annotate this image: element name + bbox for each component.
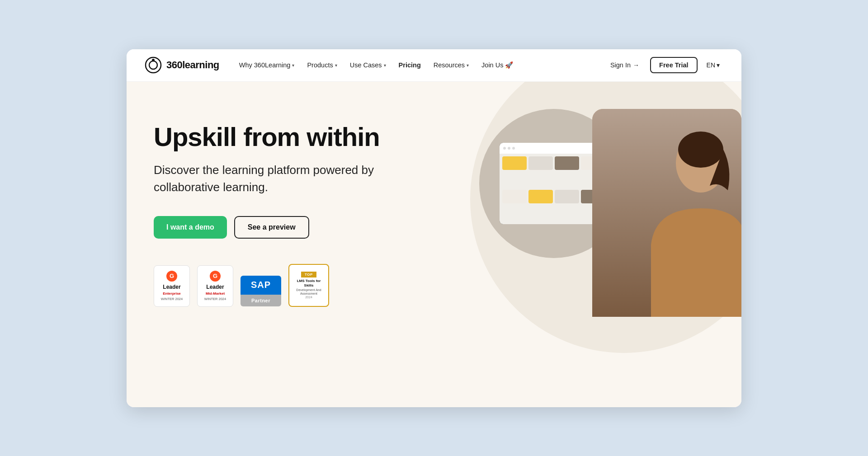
monitor-dot [508,147,510,150]
monitor-card [502,190,527,203]
svg-point-1 [149,61,157,69]
nav-actions: Sign In → Free Trial EN ▾ [605,57,723,73]
sap-logo-text: SAP [251,280,271,290]
badge-season: WINTER 2024 [204,297,226,301]
monitor-dot [512,147,515,150]
nav-item-why[interactable]: Why 360Learning ▾ [234,58,300,72]
monitor-dot [503,147,506,150]
navbar: 360learning Why 360Learning ▾ Products ▾… [127,49,741,82]
g2-logo-icon: G [166,271,177,282]
monitor-card [555,190,579,203]
hero-buttons: I want a demo See a preview [154,216,380,239]
arrow-icon: → [633,61,639,69]
chevron-down-icon: ▾ [292,63,294,68]
preview-button[interactable]: See a preview [234,216,309,239]
sign-in-button[interactable]: Sign In → [605,58,645,72]
logo-icon [145,56,162,74]
monitor-card [528,190,553,203]
monitor-bar [500,143,608,154]
nav-item-pricing[interactable]: Pricing [393,58,426,72]
g2-midmarket-badge: G Leader Mid-Market WINTER 2024 [197,265,233,307]
sap-partner-badge: SAP Partner [241,275,281,307]
top-lms-badge: TOP LMS Tools for Skills Development And… [288,264,329,307]
lms-ribbon: TOP [301,272,316,277]
badge-leader-label: Leader [163,284,180,290]
free-trial-button[interactable]: Free Trial [650,57,697,73]
monitor-card [502,156,527,170]
nav-item-usecases[interactable]: Use Cases ▾ [344,58,392,72]
chevron-down-icon: ▾ [384,63,386,68]
badge-category: Mid-Market [206,291,225,296]
monitor-simulation [500,143,608,224]
badge-leader-label: Leader [206,284,224,290]
sap-blue-section: SAP [241,276,281,295]
chevron-down-icon: ▾ [335,63,337,68]
language-selector[interactable]: EN ▾ [703,58,723,72]
hero-content: Upskill from within Discover the learnin… [154,109,380,307]
monitor-card [528,156,553,170]
hero-subtitle: Discover the learning platform powered b… [154,162,380,196]
lms-sub-label: Development And Assessment [292,288,326,296]
nav-item-joinus[interactable]: Join Us 🚀 [476,58,519,73]
chevron-down-icon: ▾ [717,61,720,69]
woman-silhouette [592,109,741,317]
svg-point-5 [678,132,723,168]
nav-item-products[interactable]: Products ▾ [302,58,342,72]
badges-row: G Leader Enterprise WINTER 2024 G Leader… [154,264,380,307]
logo[interactable]: 360learning [145,56,219,74]
person-image [592,109,741,317]
hero-section: Upskill from within Discover the learnin… [127,82,741,407]
nav-links: Why 360Learning ▾ Products ▾ Use Cases ▾… [234,58,605,73]
monitor-content [500,154,608,224]
monitor-card [555,156,579,170]
hero-images [461,82,741,407]
badge-season: WINTER 2024 [161,297,183,301]
chevron-down-icon: ▾ [467,63,469,68]
nav-item-resources[interactable]: Resources ▾ [428,58,474,72]
browser-window: 360learning Why 360Learning ▾ Products ▾… [127,49,741,407]
g2-logo-icon: G [210,271,221,282]
sap-partner-label: Partner [251,298,270,303]
logo-text: 360learning [166,59,219,71]
svg-point-2 [152,59,155,61]
g2-enterprise-badge: G Leader Enterprise WINTER 2024 [154,265,190,307]
hero-title: Upskill from within [154,122,380,151]
lms-year-label: 2024 [305,296,312,299]
sap-partner-section: Partner [241,295,281,306]
lms-main-label: LMS Tools for Skills [292,279,326,288]
person-svg [592,109,741,317]
demo-button[interactable]: I want a demo [154,216,227,239]
badge-category: Enterprise [163,291,181,296]
